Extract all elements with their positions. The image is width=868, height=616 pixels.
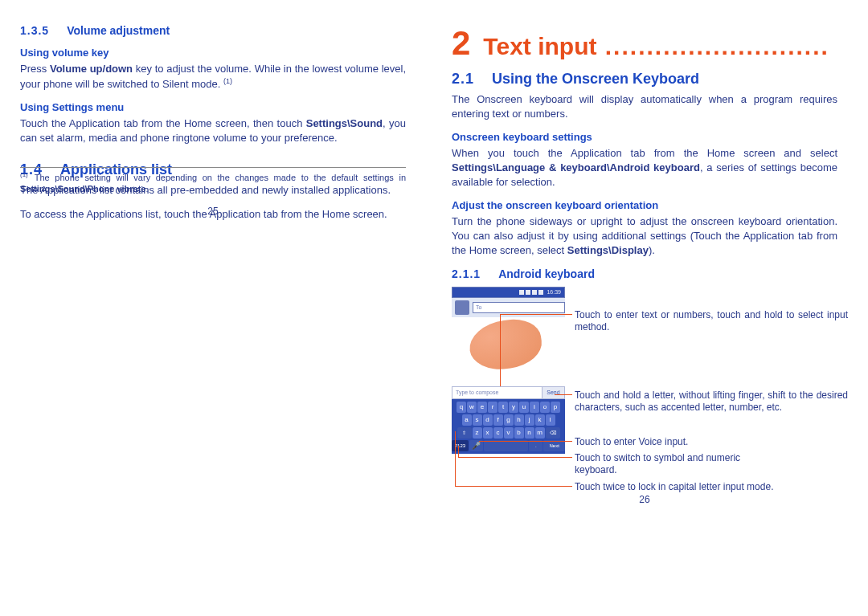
heading-text: Volume adjustment xyxy=(67,24,170,37)
android-keyboard-diagram: 16:39 To Type to compose Send qwertyuiop… xyxy=(452,287,837,520)
key-letter[interactable]: l xyxy=(546,414,555,426)
heading-text: Android keyboard xyxy=(498,267,595,280)
status-time: 16:39 xyxy=(547,289,561,295)
key-mic[interactable]: 🎤 xyxy=(469,440,483,451)
heading-1-3-5: 1.3.5Volume adjustment xyxy=(20,24,406,37)
para-settings-menu: Touch the Application tab from the Home … xyxy=(20,116,406,145)
heading-text: Using the Onscreen Keyboard xyxy=(492,71,699,87)
subhead-orient: Adjust the onscreen keyboard orientation xyxy=(452,199,837,211)
chapter-number: 2 xyxy=(452,24,470,63)
compose-input[interactable]: Type to compose xyxy=(452,387,542,398)
key-letter[interactable]: m xyxy=(535,427,545,439)
kb-row: ⇧zxcvbnm⌫ xyxy=(452,427,565,439)
page-number-left: 25 xyxy=(20,206,406,217)
kb-row: qwertyuiop xyxy=(452,402,565,413)
key-letter[interactable]: f xyxy=(493,414,503,426)
footnote: (1)The phone setting will vary depending… xyxy=(20,167,406,194)
kb-row: asdfghjkl xyxy=(452,414,565,426)
key-period[interactable]: . xyxy=(529,440,542,451)
onscreen-keyboard: qwertyuiop asdfghjkl ⇧zxcvbnm⌫ ?123 🎤 . … xyxy=(452,399,565,454)
phone-keyboard-area: Type to compose Send qwertyuiop asdfghjk… xyxy=(452,386,565,454)
status-icon xyxy=(538,290,543,295)
key-letter[interactable]: d xyxy=(483,414,493,426)
status-icon xyxy=(526,290,530,295)
key-letter[interactable]: q xyxy=(457,402,466,413)
callout-hold-letter: Touch and hold a letter, without lifting… xyxy=(575,390,848,414)
key-letter[interactable]: v xyxy=(504,427,514,439)
para-onscreen-intro: The Onscreen keyboard will display autom… xyxy=(452,92,837,121)
leader-line xyxy=(458,446,459,457)
key-letter[interactable]: u xyxy=(519,402,529,413)
heading-num: 2.1 xyxy=(452,71,474,87)
key-letter[interactable]: x xyxy=(483,427,493,439)
heading-2-1-1: 2.1.1Android keyboard xyxy=(452,267,837,280)
para-volume-key: Press Volume up/down key to adjust the v… xyxy=(20,62,406,92)
avatar-icon xyxy=(455,300,469,315)
footnote-ref: (1) xyxy=(223,77,232,85)
page-left: 1.3.5Volume adjustment Using volume key … xyxy=(20,24,406,231)
status-icon xyxy=(519,290,524,295)
callout-input-method: Touch to enter text or numbers, touch an… xyxy=(575,309,848,334)
callout-symbol: Touch to switch to symbol and numeric ke… xyxy=(575,452,784,477)
key-letter[interactable]: c xyxy=(493,427,503,439)
leader-line xyxy=(555,394,572,395)
kb-row: ?123 🎤 . Next xyxy=(452,440,565,451)
key-letter[interactable]: g xyxy=(504,414,514,426)
key-letter[interactable]: y xyxy=(509,402,518,413)
leader-line xyxy=(500,314,501,386)
leader-line xyxy=(455,486,572,487)
subhead-using-volume-key: Using volume key xyxy=(20,47,406,59)
key-letter[interactable]: s xyxy=(473,414,482,426)
leader-line xyxy=(458,457,572,458)
key-letter[interactable]: o xyxy=(540,402,550,413)
key-letter[interactable]: i xyxy=(530,402,539,413)
leader-line xyxy=(479,441,572,442)
callout-capslock: Touch twice to lock in capital letter in… xyxy=(575,481,848,494)
chapter-dots: ........................... xyxy=(596,33,829,59)
send-button[interactable]: Send xyxy=(542,387,564,398)
key-letter[interactable]: t xyxy=(498,402,508,413)
status-icon xyxy=(532,290,537,295)
key-letter[interactable]: n xyxy=(525,427,534,439)
key-letter[interactable]: j xyxy=(525,414,534,426)
heading-2-1: 2.1Using the Onscreen Keyboard xyxy=(452,71,837,88)
footnote-mark: (1) xyxy=(20,171,28,178)
key-letter[interactable]: w xyxy=(467,402,477,413)
key-letter[interactable]: k xyxy=(535,414,545,426)
chapter-heading: 2 Text input ........................... xyxy=(452,24,837,63)
phone-statusbar: 16:39 xyxy=(452,287,565,298)
para-kb-settings: When you touch the Application tab from … xyxy=(452,146,837,190)
compose-bar: Type to compose Send xyxy=(452,386,565,399)
heading-num: 1.3.5 xyxy=(20,24,49,37)
key-letter[interactable]: r xyxy=(488,402,497,413)
key-letter[interactable]: b xyxy=(514,427,524,439)
subhead-using-settings: Using Settings menu xyxy=(20,101,406,113)
key-letter[interactable]: e xyxy=(477,402,487,413)
para-orient: Turn the phone sideways or upright to ad… xyxy=(452,214,837,258)
leader-line xyxy=(455,431,456,486)
key-letter[interactable]: h xyxy=(514,414,524,426)
key-space[interactable] xyxy=(484,440,528,451)
page-number-right: 26 xyxy=(452,494,837,505)
leader-line xyxy=(500,314,572,315)
page-right: 2 Text input ...........................… xyxy=(452,24,837,520)
callout-voice: Touch to enter Voice input. xyxy=(575,436,848,449)
key-letter[interactable]: a xyxy=(462,414,472,426)
hand-gesture-icon xyxy=(466,316,544,373)
key-letter[interactable]: p xyxy=(551,402,560,413)
chapter-title: Text input xyxy=(483,33,596,59)
key-letter[interactable]: z xyxy=(473,427,482,439)
key-next[interactable]: Next xyxy=(543,440,565,451)
heading-num: 2.1.1 xyxy=(452,267,481,280)
key-shift[interactable]: ⇧ xyxy=(457,427,472,439)
to-field[interactable]: To xyxy=(473,302,565,313)
key-backspace[interactable]: ⌫ xyxy=(546,427,560,439)
subhead-kb-settings: Onscreen keyboard settings xyxy=(452,131,837,143)
